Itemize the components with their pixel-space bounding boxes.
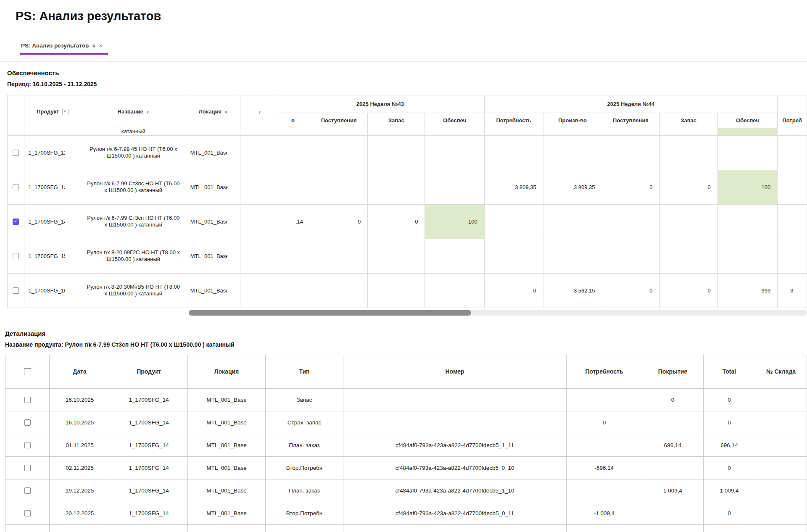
cell-warehouse [755,502,807,524]
cell-date: 16.10.2025 [50,388,110,411]
group-header-week43: 2025 Неделя №43 [276,95,484,113]
subcol-header: Потреб [778,113,807,128]
row-checkbox[interactable] [24,487,31,494]
close-icon[interactable]: × [99,43,102,49]
cell-value [778,239,807,273]
supply-col-name[interactable]: Название∨ [81,95,186,128]
supply-col-product-label: Продукт [37,108,59,115]
cell-product: 1_1700SFG_13 [24,170,81,204]
cell-expand [240,239,276,273]
cell-location: MTL_001_Base [188,411,266,434]
row-checkbox[interactable] [24,510,31,516]
cell-type: Втор.Потребн [266,456,343,479]
cell-value [368,135,425,170]
chevron-down-icon[interactable]: ∨ [146,110,149,114]
detail-col-number[interactable]: Номер [343,355,567,388]
cell-value [717,135,777,170]
subcol-header: Запас [659,113,717,128]
row-checkbox[interactable] [13,150,19,156]
page: PS: Анализ результатов PS: Анализ резуль… [0,0,807,532]
cell-warehouse [755,388,807,411]
row-select-cell [5,502,50,524]
chevron-down-icon[interactable]: ∨ [224,110,227,114]
cell-type: Втор.Потребн [266,502,343,524]
cell-coverage [642,502,704,524]
row-select-cell [8,170,24,204]
row-checkbox[interactable] [13,287,19,294]
table-row: 16.10.2025 1_1700SFG_14 MTL_001_Base Зап… [5,388,807,411]
cell-value [276,239,310,273]
product-id: 1_1700SFG_13 [29,184,65,190]
supply-group-header-row: Продукт^ Название∨ Локация∨ ∨ 2025 Недел… [8,95,807,113]
detail-col-type[interactable]: Тип [266,355,343,388]
scrollbar-thumb[interactable] [189,310,471,316]
row-checkbox[interactable] [24,419,31,426]
row-checkbox[interactable] [13,253,19,259]
detail-header-row: Дата Продукт Локация Тип Номер Потребнос… [5,355,807,388]
row-select-cell [8,273,24,308]
cell-value [425,135,484,170]
row-checkbox[interactable] [24,442,31,448]
cell-location: MTL_001_Base [186,204,240,239]
cell-name: Рулон г/к 8-20 09Г2С НО НТ (Т8.00 х Ш150… [81,239,186,273]
cell-product: 1_1700SFG_14 [110,456,188,479]
cell-coverage [642,411,704,434]
cell-value: 0 [602,273,659,308]
supply-col-product[interactable]: Продукт^ [24,95,81,128]
detail-col-product[interactable]: Продукт [110,355,188,388]
row-checkbox[interactable] [13,184,19,190]
detail-col-total[interactable]: Total [704,355,755,388]
cell-type: Запас [266,388,343,411]
cell-value [425,273,484,308]
row-select-cell [5,479,50,502]
detail-table: Дата Продукт Локация Тип Номер Потребнос… [5,355,807,532]
table-row: 02.11.2025 1_1700SFG_14 MTL_001_Base Вто… [5,456,807,479]
supply-col-location[interactable]: Локация∨ [186,95,240,128]
cell-product: 1_1700SFG_14 [110,434,188,456]
cell-total: 0 [704,388,755,411]
chevron-down-icon[interactable]: ∨ [258,110,261,114]
cell-date: 01.11.2025 [50,434,110,456]
supply-table: Продукт^ Название∨ Локация∨ ∨ 2025 Недел… [7,95,807,308]
cell-date: 02.11.2025 [50,456,110,479]
cell-value [484,204,543,239]
tab-analysis[interactable]: PS: Анализ результатов # × [20,42,108,55]
cell-location: MTL_001_Base [188,456,266,479]
detail-select-all-cell [5,355,50,388]
cell-value [368,170,425,204]
row-checkbox[interactable] [24,397,31,403]
cell-value [310,135,368,170]
detail-col-warehouse[interactable]: № Склада [755,355,807,388]
cell-coverage: 1 009,4 [642,479,704,502]
cell-date: 16.10.2025 [50,411,110,434]
cell-value [368,273,425,308]
supply-col-extra[interactable]: ∨ [240,95,276,128]
cell-warehouse [755,456,807,479]
detail-col-date[interactable]: Дата [50,355,110,388]
pin-icon[interactable]: # [92,43,95,49]
cell-type: Страх. запас [266,411,343,434]
detail-col-demand[interactable]: Потребность [567,355,642,388]
row-checkbox[interactable] [24,465,31,471]
cell-type: План. заказ [266,479,343,502]
detail-section: Детализация Название продукта: Рулон г/к… [0,330,807,532]
detail-col-location[interactable]: Локация [188,355,266,388]
cell-value [659,135,717,170]
cell-value [717,239,777,273]
cell-number: cf484af0-793a-423a-a822-4d7700fdecb5_1_1… [343,434,567,456]
cell-location: MTL_001_Base [188,388,266,411]
cell-value [778,135,807,170]
page-title: PS: Анализ результатов [0,0,807,23]
location-id: MTL_001_Base [190,287,227,294]
row-checkbox[interactable] [13,219,19,225]
detail-col-coverage[interactable]: Покрытие [642,355,704,388]
select-all-checkbox[interactable] [24,368,31,375]
cell-value: 3 [778,273,807,308]
row-select-cell [8,204,24,239]
row-select-cell [8,239,24,273]
horizontal-scrollbar[interactable] [189,310,807,316]
sort-ascending-icon[interactable]: ^ [62,109,69,115]
cell-number [343,388,567,411]
supply-period: Период: 16.10.2025 - 31.12.2025 [7,81,807,87]
cell-value: 0 [310,204,368,239]
